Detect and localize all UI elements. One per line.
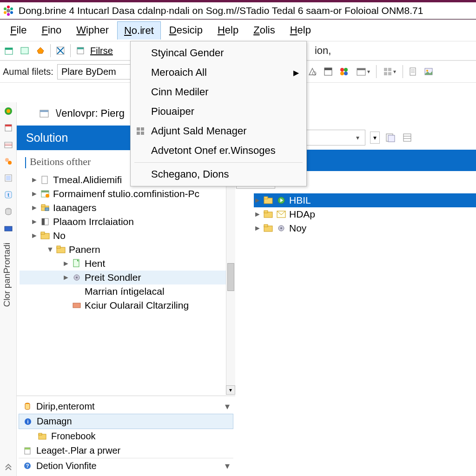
toolbar-filrse-link[interactable]: Filrse — [90, 46, 113, 56]
menu-item[interactable]: Advetont Onef er.Winsoges — [131, 141, 306, 160]
chevron-down-icon[interactable]: ▾ — [370, 132, 380, 144]
bottom-item-leaget[interactable]: Leaget-.Plar a prwer — [19, 443, 233, 458]
v-icon-6[interactable]: t — [2, 189, 14, 201]
tree-item[interactable]: Marrian íntigelacal — [20, 284, 235, 298]
v-icon-3[interactable] — [2, 139, 14, 151]
vertical-label[interactable]: Clor panPrortadi — [2, 243, 14, 307]
tree-item[interactable]: ►Iaanagers — [20, 201, 235, 215]
v-icon-5[interactable] — [2, 172, 14, 184]
tb-icon-shape[interactable] — [306, 66, 318, 78]
tree-item[interactable]: ►Hent — [20, 257, 235, 271]
expand-icon[interactable]: ▼ — [46, 245, 53, 254]
tree-item[interactable]: ►Plaaom Irrclaiation — [20, 215, 235, 229]
menu-item-label: Schegano, Dions — [151, 168, 229, 180]
gear-icon — [276, 223, 286, 233]
v-icon-bottom[interactable] — [2, 461, 14, 473]
svg-rect-38 — [5, 142, 12, 148]
tb-icon-doc[interactable] — [407, 66, 419, 78]
right-tree: ►HBIL►HDAp►Noy — [235, 192, 476, 235]
right-tb-icon-1[interactable] — [384, 132, 397, 144]
chevron-down-icon[interactable]: ▾ — [225, 401, 230, 412]
tb-icon-cal[interactable]: ▾ — [354, 66, 372, 78]
scrollbar[interactable]: ▴ ▾ — [226, 172, 235, 395]
menu-help-1[interactable]: Help — [211, 21, 245, 39]
page-icon — [72, 258, 82, 269]
bottom-item-detion[interactable]: ? Detion Vionfite ▾ — [19, 458, 233, 473]
menu-file[interactable]: File — [4, 21, 33, 39]
v-icon-8[interactable] — [2, 222, 14, 234]
menu-item[interactable]: Schegano, Dions — [131, 165, 306, 184]
tree-item[interactable]: ►Noy — [254, 221, 476, 235]
scroll-down-icon[interactable]: ▾ — [226, 385, 235, 395]
svg-rect-23 — [357, 68, 365, 70]
expand-icon[interactable]: ► — [254, 196, 260, 205]
expand-icon[interactable]: ► — [254, 224, 260, 232]
menu-desicip[interactable]: Desicip — [163, 21, 209, 39]
v-icon-4[interactable] — [2, 155, 14, 167]
tb-icon-5[interactable] — [74, 45, 86, 57]
folder-icon — [37, 431, 47, 442]
tree-item-label: HBIL — [289, 195, 311, 206]
tree-item[interactable]: ►No — [20, 229, 235, 243]
chevron-down-icon[interactable]: ▾ — [225, 460, 230, 471]
expand-icon[interactable]: ► — [31, 190, 37, 198]
tb-icon-3[interactable] — [34, 45, 46, 57]
menu-zolis[interactable]: Zolis — [247, 21, 281, 39]
tb-icon-img[interactable] — [423, 66, 435, 78]
v-icon-2[interactable] — [2, 122, 14, 134]
tree-item-label: Kciur Oularail Cltarziling — [85, 300, 189, 311]
v-icon-7[interactable] — [2, 205, 14, 218]
tree-item[interactable]: ►HBIL — [254, 193, 476, 207]
tb-icon-4[interactable] — [54, 45, 66, 57]
svg-rect-37 — [5, 125, 12, 126]
tree-item[interactable]: ►HDAp — [254, 207, 476, 221]
tree-item[interactable]: Kciur Oularail Cltarziling — [20, 298, 235, 312]
svg-point-54 — [46, 194, 49, 198]
bottom-pane: Dirip,enteromt ▾ i Damagn Fronebook Leag… — [17, 396, 235, 476]
filter-input[interactable]: Plare ByDem — [57, 64, 132, 79]
menu-help-2[interactable]: Help — [284, 21, 317, 39]
expand-icon[interactable]: ► — [62, 273, 69, 282]
menu-item[interactable]: Meroaich All▶ — [131, 63, 306, 82]
expand-icon[interactable]: ► — [31, 176, 37, 184]
right-tb-icon-2[interactable] — [401, 132, 413, 144]
svg-rect-79 — [403, 134, 411, 141]
expand-icon[interactable]: ► — [31, 218, 37, 226]
expand-icon[interactable]: ► — [254, 210, 260, 218]
tb-icon-colors[interactable] — [338, 66, 350, 78]
v-icon-1[interactable] — [2, 105, 14, 117]
scroll-thumb[interactable] — [227, 263, 234, 291]
svg-text:?: ? — [26, 463, 29, 469]
tree-item[interactable]: ►Preit Sondler — [20, 271, 235, 284]
tree-item[interactable]: ►Formaimenf stulio.comfinistion-Pc — [20, 187, 235, 201]
expand-icon[interactable]: ► — [31, 231, 37, 240]
menu-item[interactable]: Piouaiper — [131, 102, 306, 121]
svg-text:t: t — [7, 192, 9, 198]
svg-rect-94 — [137, 132, 140, 135]
folder-icon — [263, 209, 273, 219]
menu-wipher[interactable]: Wipher — [70, 21, 115, 39]
expand-icon[interactable]: ► — [62, 259, 69, 268]
menu-item[interactable]: Styincal Gender — [131, 43, 306, 63]
svg-point-20 — [340, 72, 344, 75]
bottom-item-fronebook[interactable]: Fronebook — [19, 429, 233, 443]
menu-fino[interactable]: Fino — [35, 21, 68, 39]
svg-rect-59 — [42, 218, 45, 225]
tb-icon-window[interactable] — [322, 66, 334, 78]
menu-noiret[interactable]: No.iret — [117, 21, 161, 40]
tb-icon-1[interactable] — [3, 45, 15, 57]
svg-rect-9 — [21, 47, 28, 54]
tb-icon-grid[interactable]: ▾ — [380, 66, 399, 78]
path-icon[interactable] — [38, 107, 50, 119]
svg-rect-50 — [40, 110, 48, 112]
separator-icon — [50, 44, 51, 57]
split-button[interactable]: ▾ — [370, 132, 380, 144]
tb-icon-2[interactable] — [19, 45, 31, 57]
tree-item-label: Noy — [289, 223, 306, 234]
menu-item[interactable]: Cinn Mediler — [131, 82, 306, 102]
expand-icon[interactable]: ► — [31, 204, 37, 212]
tree-item[interactable]: ▼Panern — [20, 243, 235, 257]
menu-item[interactable]: Adjunt Sald Menager — [131, 121, 306, 141]
toolbar-trunc: ion, — [312, 45, 334, 57]
bottom-item-damagn[interactable]: i Damagn — [19, 414, 233, 429]
